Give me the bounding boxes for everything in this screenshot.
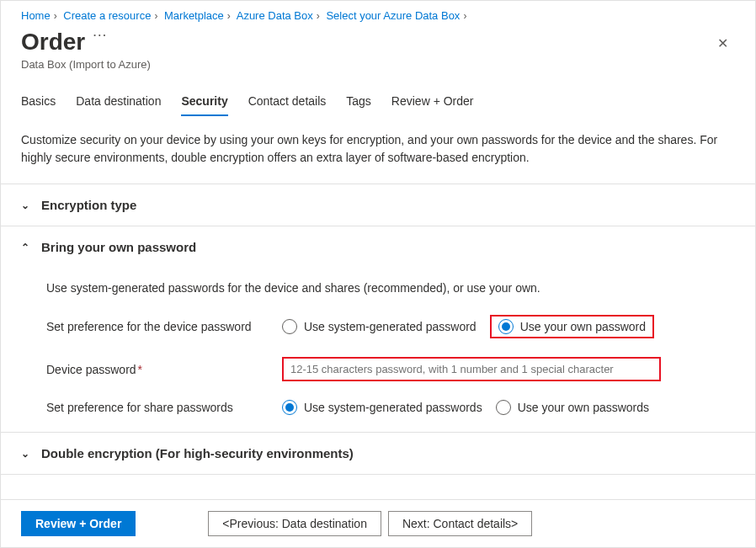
breadcrumb: Home› Create a resource› Marketplace› Az…: [1, 1, 755, 25]
tab-data-destination[interactable]: Data destination: [76, 94, 161, 116]
page-subtitle: Data Box (Import to Azure): [1, 58, 755, 71]
tab-security[interactable]: Security: [181, 94, 227, 116]
review-order-button[interactable]: Review + Order: [21, 511, 136, 536]
highlight-box: Use your own password: [490, 315, 654, 338]
footer-actions: Review + Order <Previous: Data destinati…: [1, 499, 755, 547]
chevron-right-icon: ›: [227, 10, 231, 22]
radio-icon: [282, 319, 297, 334]
accordion-encryption-type[interactable]: ⌄ Encryption type: [1, 184, 755, 226]
page-title: Order: [21, 29, 85, 56]
radio-system-generated-share[interactable]: Use system-generated passwords: [282, 400, 482, 415]
accordion-title: Double encryption (For high-security env…: [41, 446, 354, 460]
chevron-right-icon: ›: [463, 10, 466, 22]
device-password-label: Device password*: [46, 363, 282, 376]
tab-tags[interactable]: Tags: [346, 94, 371, 116]
chevron-right-icon: ›: [317, 10, 320, 22]
share-password-pref-label: Set preference for share passwords: [46, 401, 282, 414]
tab-contact-details[interactable]: Contact details: [248, 94, 327, 116]
password-section-description: Use system-generated passwords for the d…: [46, 281, 735, 295]
chevron-right-icon: ›: [54, 10, 57, 22]
radio-label: Use system-generated passwords: [304, 401, 482, 414]
tab-basics[interactable]: Basics: [21, 94, 56, 116]
accordion-bring-own-password[interactable]: ⌃ Bring your own password: [1, 226, 755, 268]
device-password-input[interactable]: [282, 357, 661, 381]
accordion-double-encryption[interactable]: ⌄ Double encryption (For high-security e…: [1, 433, 755, 475]
radio-checked-icon: [498, 319, 514, 334]
radio-label: Use system-generated password: [304, 320, 476, 333]
radio-own-password-device[interactable]: Use your own password: [498, 319, 646, 334]
tab-review-order[interactable]: Review + Order: [391, 94, 474, 116]
chevron-down-icon: ⌄: [21, 200, 31, 211]
breadcrumb-create-resource[interactable]: Create a resource: [63, 9, 151, 22]
breadcrumb-azure-data-box[interactable]: Azure Data Box: [237, 9, 313, 22]
close-button[interactable]: ✕: [711, 29, 735, 58]
accordion-title: Encryption type: [41, 198, 136, 212]
radio-own-password-share[interactable]: Use your own passwords: [496, 400, 649, 415]
section-description: Customize security on your device by usi…: [1, 116, 755, 184]
breadcrumb-marketplace[interactable]: Marketplace: [164, 9, 224, 22]
radio-label: Use your own password: [520, 320, 646, 333]
tab-bar: Basics Data destination Security Contact…: [1, 71, 755, 116]
breadcrumb-select-data-box[interactable]: Select your Azure Data Box: [326, 9, 460, 22]
radio-checked-icon: [282, 400, 297, 415]
next-button[interactable]: Next: Contact details>: [388, 511, 532, 536]
more-actions-button[interactable]: …: [92, 24, 107, 39]
radio-icon: [496, 400, 511, 415]
close-icon: ✕: [717, 36, 728, 51]
chevron-up-icon: ⌃: [21, 242, 31, 253]
breadcrumb-home[interactable]: Home: [21, 9, 51, 22]
radio-system-generated-device[interactable]: Use system-generated password: [282, 319, 476, 334]
accordion-title: Bring your own password: [41, 240, 196, 254]
device-password-pref-label: Set preference for the device password: [46, 320, 282, 333]
password-section-body: Use system-generated passwords for the d…: [1, 268, 755, 433]
previous-button[interactable]: <Previous: Data destination: [208, 511, 381, 536]
chevron-right-icon: ›: [154, 10, 157, 22]
radio-label: Use your own passwords: [518, 401, 649, 414]
chevron-down-icon: ⌄: [21, 448, 31, 460]
required-indicator: *: [138, 363, 142, 376]
